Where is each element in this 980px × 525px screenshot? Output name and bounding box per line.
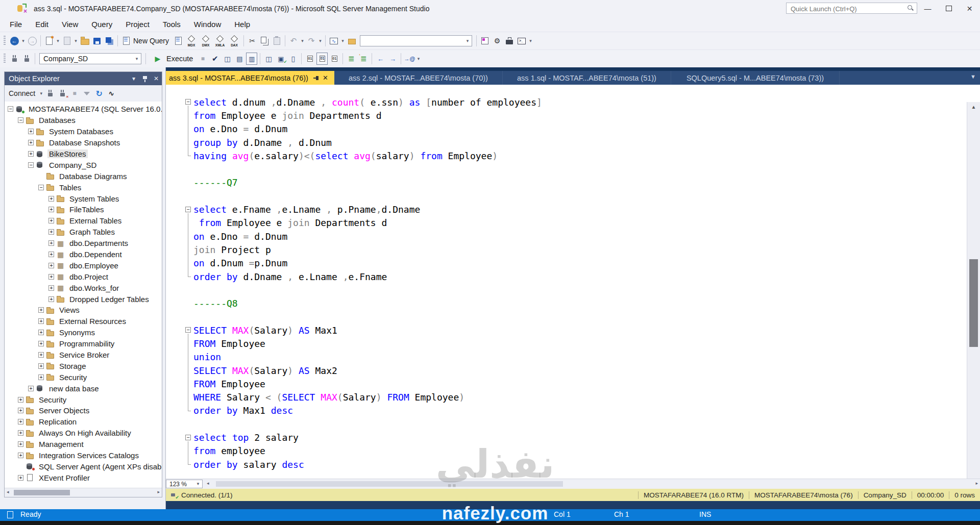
expand-icon[interactable]: +	[48, 285, 54, 291]
expand-icon[interactable]: +	[18, 441, 23, 447]
tree-item[interactable]: +Server Objects	[5, 405, 162, 416]
expand-icon[interactable]: +	[38, 341, 44, 346]
stop-icon[interactable]	[69, 87, 80, 99]
connect-button[interactable]: Connect	[8, 89, 38, 97]
zoom-level-dropdown[interactable]: 123 % ▼	[166, 480, 203, 488]
collapse-region-icon[interactable]: −	[185, 207, 191, 212]
paste-icon[interactable]	[271, 35, 282, 47]
uncomment-selection-icon[interactable]	[358, 53, 369, 65]
collapse-region-icon[interactable]: −	[185, 327, 191, 333]
expand-icon[interactable]: +	[28, 386, 34, 391]
refresh-icon[interactable]	[93, 87, 105, 99]
tree-item[interactable]: +dbo.Project	[5, 271, 162, 282]
tab-4[interactable]: SQLQuery5.sql - M...ABEE74\mosta (73))	[671, 71, 840, 85]
tree-item[interactable]: +Graph Tables	[5, 227, 162, 238]
panel-menu-caret-icon[interactable]: ▾	[128, 73, 139, 84]
menu-edit[interactable]: Edit	[29, 17, 55, 32]
expand-icon[interactable]: +	[48, 207, 54, 212]
activity-monitor-icon[interactable]	[346, 35, 357, 47]
code-line[interactable]: FROM Employee	[185, 337, 967, 350]
collapse-icon[interactable]: −	[18, 117, 23, 123]
code-line[interactable]: order by Max1 desc	[185, 404, 967, 417]
undo-icon[interactable]	[288, 35, 299, 47]
display-estimated-plan-icon[interactable]	[222, 53, 233, 65]
pin-icon[interactable]	[139, 73, 151, 84]
expand-icon[interactable]: +	[38, 330, 44, 335]
tree-item[interactable]: +Programmability	[5, 338, 162, 349]
connect-dropdown-caret[interactable]: ▾	[38, 91, 44, 96]
code-line[interactable]	[185, 162, 967, 176]
tab-list-chevron-icon[interactable]: ▼	[970, 73, 976, 80]
expand-icon[interactable]: +	[48, 218, 54, 223]
tree-item[interactable]: +new data base	[5, 383, 162, 394]
add-item-dropdown-caret[interactable]: ▾	[73, 38, 79, 43]
copy-icon[interactable]	[259, 35, 270, 47]
query-options-icon[interactable]	[234, 53, 245, 65]
collapse-icon[interactable]: −	[8, 106, 13, 112]
tree-item[interactable]: +Security	[5, 394, 162, 405]
add-item-icon[interactable]	[61, 35, 72, 47]
tree-item[interactable]: +dbo.Dependent	[5, 249, 162, 260]
tree-item[interactable]: +Always On High Availability	[5, 428, 162, 439]
results-to-file-icon[interactable]	[329, 53, 340, 65]
editor-vscrollbar[interactable]: ▲ ▼	[967, 102, 980, 479]
expand-icon[interactable]: +	[18, 419, 23, 424]
cancel-query-icon[interactable]	[197, 53, 208, 65]
code-line[interactable]: ------Q7	[185, 176, 967, 189]
code-line[interactable]: from employee	[185, 444, 967, 458]
new-file-icon[interactable]	[43, 35, 55, 47]
code-line[interactable]	[185, 283, 967, 296]
code-line[interactable]: −select top 2 salary	[185, 431, 967, 444]
database-combobox[interactable]: Company_SD▾	[39, 53, 141, 64]
scrollbar-thumb[interactable]	[14, 490, 70, 495]
save-icon[interactable]	[91, 35, 103, 47]
tree-item[interactable]: +FileTables	[5, 204, 162, 215]
tree-item[interactable]: +Synonyms	[5, 327, 162, 338]
code-line[interactable]: from Employee e join Departments d	[185, 109, 967, 122]
collapse-region-icon[interactable]: −	[185, 99, 191, 105]
tree-item[interactable]: −Tables	[5, 182, 162, 193]
client-statistics-icon[interactable]	[287, 53, 299, 65]
connect-icon[interactable]	[44, 87, 56, 99]
tab-3[interactable]: ass 1.sql - MOSTAF...ABEE74\mosta (51))	[503, 71, 671, 85]
tree-item[interactable]: +Storage	[5, 360, 162, 371]
change-connection-icon[interactable]	[21, 53, 32, 65]
tree-item[interactable]: Database Diagrams	[5, 170, 162, 182]
expand-icon[interactable]: +	[18, 475, 23, 481]
code-line[interactable]: −select d.dnum ,d.Dname , count( e.ssn) …	[185, 95, 967, 109]
open-file-icon[interactable]	[79, 35, 90, 47]
tree-item[interactable]: +Views	[5, 305, 162, 316]
scrollbar-thumb[interactable]	[969, 259, 978, 347]
increase-indent-icon[interactable]	[387, 53, 398, 65]
decrease-indent-icon[interactable]	[375, 53, 386, 65]
code-line[interactable]: on e.Dno = d.Dnum	[185, 230, 967, 243]
toolbox-icon[interactable]	[504, 35, 515, 47]
code-line[interactable]: join Project p	[185, 243, 967, 256]
scroll-left-icon[interactable]: ◂	[207, 481, 209, 486]
scroll-right-icon[interactable]: ▸	[157, 489, 160, 494]
tree-item[interactable]: +Management	[5, 439, 162, 450]
tree-item[interactable]: +Integration Services Catalogs	[5, 450, 162, 461]
expand-icon[interactable]: +	[18, 453, 23, 458]
results-to-text-icon[interactable]	[304, 53, 315, 65]
tree-item[interactable]: +Security	[5, 371, 162, 383]
code-line[interactable]: on d.Dnum =p.Dnum	[185, 257, 967, 270]
quick-launch-input[interactable]	[790, 4, 904, 14]
code-line[interactable]: union	[185, 351, 967, 364]
tree-item[interactable]: +External Tables	[5, 215, 162, 227]
code-line[interactable]: group by d.Dname , d.Dnum	[185, 136, 967, 149]
tree-item[interactable]: +dbo.Works_for	[5, 282, 162, 293]
forward-icon[interactable]	[27, 35, 38, 47]
redo-icon[interactable]	[306, 35, 317, 47]
collapse-region-icon[interactable]: −	[185, 435, 191, 440]
menu-file[interactable]: File	[3, 17, 29, 32]
disconnect-icon[interactable]: ×	[57, 87, 68, 99]
expand-icon[interactable]: +	[38, 374, 44, 380]
menu-view[interactable]: View	[55, 17, 85, 32]
new-query-icon[interactable]	[120, 35, 132, 47]
pin-icon[interactable]	[312, 73, 322, 83]
expand-icon[interactable]: +	[38, 318, 44, 324]
expand-icon[interactable]: +	[28, 151, 34, 157]
collapse-icon[interactable]: −	[28, 162, 34, 168]
redo-dropdown-caret[interactable]: ▾	[317, 38, 323, 43]
